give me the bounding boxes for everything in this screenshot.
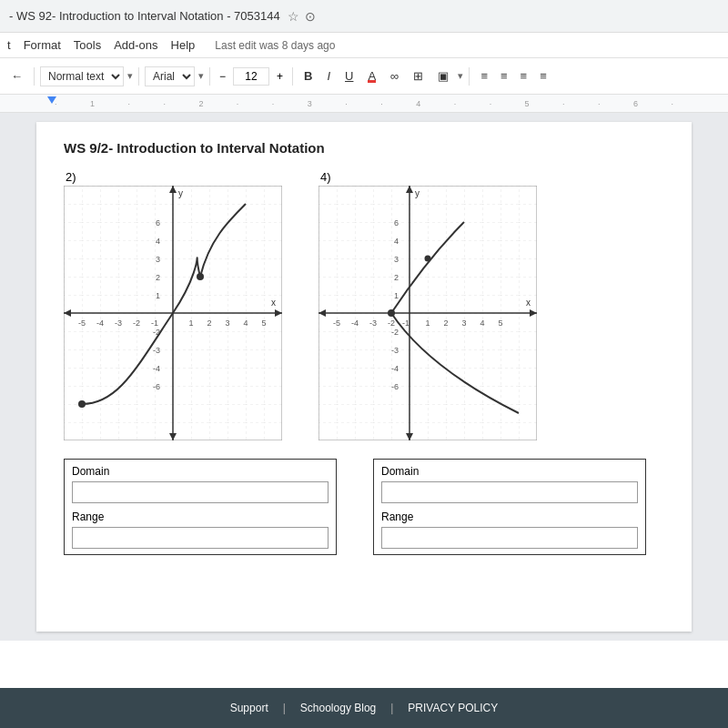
last-edit-text: Last edit was 8 days ago: [215, 39, 335, 52]
font-dropdown-arrow[interactable]: ▾: [198, 70, 204, 82]
svg-text:1: 1: [425, 318, 430, 328]
graph-2-container: 2): [64, 170, 282, 440]
range-input-4[interactable]: [381, 527, 638, 549]
back-button[interactable]: ←: [5, 67, 28, 85]
image-dropdown-arrow[interactable]: ▾: [458, 70, 463, 82]
footer: Support | Schoology Blog | PRIVACY POLIC…: [0, 688, 728, 728]
graph-4-label: 4): [320, 170, 331, 184]
svg-text:4: 4: [156, 237, 160, 246]
graph-2-svg: x y 6 4 3 2 1 -2 -3 -4 -6 -5: [64, 186, 282, 440]
domain-input-2[interactable]: [72, 481, 329, 503]
svg-text:3: 3: [461, 318, 466, 328]
browser-bar: - WS 92- Introduction to Interval Notati…: [0, 0, 728, 33]
svg-text:1: 1: [156, 291, 160, 300]
svg-text:2: 2: [156, 273, 160, 282]
divider: [34, 67, 35, 86]
svg-text:5: 5: [498, 318, 502, 328]
domain-label-4: Domain: [381, 465, 638, 478]
toolbar: ← Normal text ▾ Arial ▾ − + B I U A ∞ ⊞ …: [0, 58, 728, 95]
font-select[interactable]: Arial: [145, 66, 195, 86]
svg-text:-3: -3: [153, 346, 160, 355]
footer-sep-1: |: [283, 702, 286, 714]
svg-text:6: 6: [156, 218, 160, 228]
svg-text:-5: -5: [78, 318, 86, 328]
svg-text:-6: -6: [153, 382, 160, 391]
svg-text:4: 4: [243, 318, 248, 328]
browser-title: - WS 92- Introduction to Interval Notati…: [9, 9, 280, 23]
comment-button[interactable]: ⊞: [408, 67, 429, 85]
range-label-4: Range: [381, 511, 638, 523]
ruler: · 1 · · 2 · · 3 · · 4 · · 5 · · 6 ·: [0, 95, 728, 113]
svg-text:4: 4: [480, 318, 484, 328]
svg-point-61: [425, 256, 431, 262]
footer-blog[interactable]: Schoology Blog: [300, 702, 376, 714]
bold-button[interactable]: B: [298, 67, 318, 85]
image-button[interactable]: ▣: [432, 67, 454, 85]
svg-text:-3: -3: [115, 318, 122, 328]
menu-item-file[interactable]: t: [7, 38, 11, 52]
menu-item-format[interactable]: Format: [24, 38, 61, 52]
graph-2-label: 2): [66, 170, 76, 184]
style-dropdown-arrow[interactable]: ▾: [127, 70, 133, 82]
graph-2-wrapper: x y 6 4 3 2 1 -2 -3 -4 -6 -5: [64, 186, 282, 440]
divider3: [209, 67, 210, 86]
minus-button[interactable]: −: [219, 70, 226, 83]
svg-text:-1: -1: [151, 318, 158, 328]
footer-support[interactable]: Support: [230, 702, 268, 714]
plus-button[interactable]: +: [277, 70, 283, 83]
underline-button[interactable]: U: [339, 67, 359, 85]
svg-text:-3: -3: [369, 318, 377, 328]
svg-text:-3: -3: [391, 346, 399, 355]
range-input-2[interactable]: [72, 527, 329, 549]
align-justify-button[interactable]: ≡: [534, 67, 552, 85]
svg-text:-4: -4: [153, 364, 160, 373]
menu-item-tools[interactable]: Tools: [74, 38, 101, 52]
sync-icon[interactable]: ⊙: [305, 9, 316, 24]
svg-text:y: y: [178, 188, 183, 198]
star-icon[interactable]: ☆: [288, 9, 299, 24]
style-select[interactable]: Normal text: [40, 66, 124, 86]
link-button[interactable]: ∞: [385, 67, 404, 85]
ruler-marker[interactable]: [47, 96, 56, 104]
svg-text:3: 3: [225, 318, 229, 328]
svg-text:x: x: [271, 298, 276, 308]
svg-text:2: 2: [443, 318, 448, 328]
text-color-a: A: [368, 69, 376, 83]
font-size-input[interactable]: [233, 67, 269, 86]
menu-item-help[interactable]: Help: [171, 38, 196, 52]
svg-text:-2: -2: [133, 318, 140, 328]
footer-privacy[interactable]: PRIVACY POLICY: [408, 702, 498, 714]
svg-text:5: 5: [261, 318, 266, 328]
menu-item-addons[interactable]: Add-ons: [114, 38, 157, 52]
svg-text:x: x: [526, 298, 531, 308]
answer-box-4: Domain Range: [373, 459, 646, 555]
divider4: [292, 67, 293, 86]
svg-text:1: 1: [188, 318, 193, 328]
svg-text:-1: -1: [402, 318, 410, 328]
align-left-button[interactable]: ≡: [475, 67, 493, 85]
svg-text:-5: -5: [333, 318, 340, 328]
svg-text:1: 1: [394, 291, 399, 300]
align-right-button[interactable]: ≡: [515, 67, 533, 85]
svg-text:-2: -2: [391, 328, 399, 337]
answer-box-2: Domain Range: [64, 459, 337, 555]
menu-bar: t Format Tools Add-ons Help Last edit wa…: [0, 33, 728, 58]
align-buttons: ≡ ≡ ≡ ≡: [475, 67, 551, 85]
ruler-marks: · 1 · · 2 · · 3 · · 4 · · 5 · · 6 ·: [36, 99, 692, 108]
svg-text:-4: -4: [96, 318, 104, 328]
svg-text:6: 6: [394, 218, 399, 228]
document-page[interactable]: WS 9/2- Introduction to Interval Notatio…: [36, 122, 692, 632]
svg-text:3: 3: [394, 255, 399, 264]
color-button[interactable]: A: [362, 67, 381, 85]
italic-button[interactable]: I: [321, 67, 336, 85]
domain-input-4[interactable]: [381, 481, 638, 503]
svg-text:-6: -6: [391, 382, 399, 391]
svg-text:4: 4: [394, 237, 399, 246]
footer-sep-2: |: [390, 702, 393, 714]
svg-text:3: 3: [156, 255, 160, 264]
svg-text:-4: -4: [391, 364, 399, 373]
svg-text:2: 2: [394, 273, 399, 282]
graph-4-container: 4): [318, 170, 537, 440]
document-area: WS 9/2- Introduction to Interval Notatio…: [0, 113, 728, 641]
align-center-button[interactable]: ≡: [495, 67, 513, 85]
